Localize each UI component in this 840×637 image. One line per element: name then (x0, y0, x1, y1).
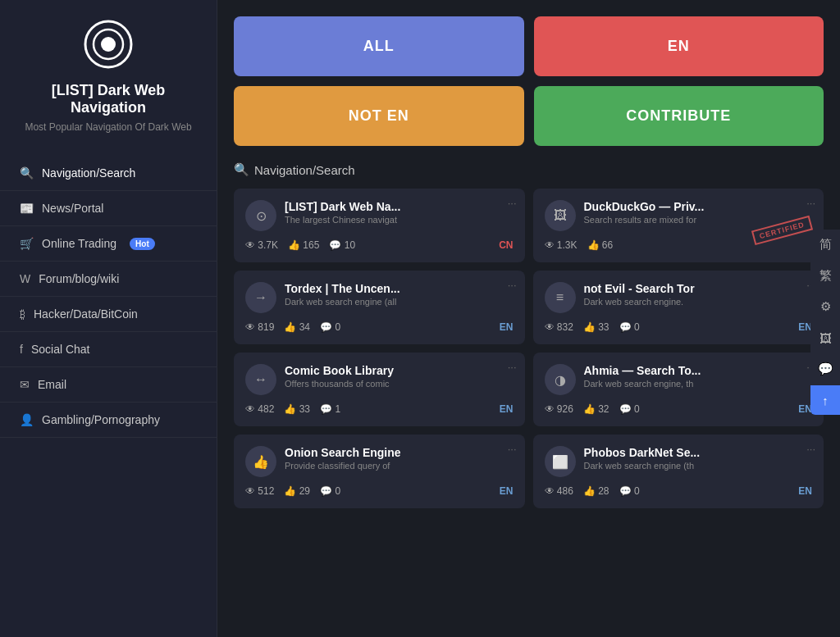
card-onion[interactable]: 👍 Onion Search Engine Provide classified… (234, 435, 525, 508)
nav-trading[interactable]: 🛒 Online Trading Hot (0, 226, 217, 262)
filter-all-button[interactable]: ALL (234, 16, 524, 76)
card-comicbook[interactable]: ↔ Comic Book Library Offers thousands of… (234, 353, 525, 426)
sidebar-title: [LIST] Dark Web Navigation (0, 82, 217, 116)
image-icon[interactable]: 🖼 (810, 323, 840, 353)
card-stats-card-phobos: 👁 486 👍 28 💬 0 EN (545, 485, 813, 497)
card-stats-card-comicbook: 👁 482 👍 33 💬 1 EN (245, 403, 514, 415)
card-phobos[interactable]: ⬜ Phobos DarkNet Se... Dark web search e… (533, 435, 824, 508)
chinese-traditional-icon[interactable]: 繁 (810, 261, 840, 290)
card-title-card-duckduckgo: DuckDuckGo — Priv... (584, 200, 813, 213)
likes-stat-card-onion: 👍 29 (284, 485, 310, 497)
lang-badge-card-onion: EN (500, 485, 514, 497)
nav-news[interactable]: 📰 News/Portal (0, 191, 217, 226)
card-info-card-onion: Onion Search Engine Provide classified q… (285, 446, 514, 471)
nav-label-nav-gambling: Gambling/Pornography (42, 413, 160, 426)
comments-stat-card-phobos: 💬 0 (619, 485, 640, 497)
svg-point-2 (101, 37, 116, 52)
card-more-card-duckduckgo[interactable]: ··· (806, 197, 815, 209)
card-icon-card-tordex: → (245, 282, 276, 313)
nav-icon-nav-search: 🔍 (20, 166, 34, 180)
card-more-card-phobos[interactable]: ··· (806, 443, 815, 455)
card-header-card-tordex: → Tordex | The Uncen... Dark web search … (245, 282, 514, 313)
card-info-card-duckduckgo: DuckDuckGo — Priv... Search results are … (584, 200, 813, 225)
card-notevil[interactable]: ≡ not Evil - Search Tor Dark web search … (533, 271, 824, 344)
card-desc-card-phobos: Dark web search engine (th (584, 461, 813, 471)
card-title-card-notevil: not Evil - Search Tor (584, 282, 813, 295)
card-icon-card-comicbook: ↔ (245, 364, 276, 395)
card-desc-card-onion: Provide classified query of (285, 461, 514, 471)
nav-label-nav-social: Social Chat (31, 343, 90, 356)
nav-icon-nav-hacker: ₿ (20, 307, 25, 321)
card-ahmia[interactable]: ◑ Ahmia — Search To... Dark web search e… (533, 353, 824, 426)
card-desc-card-ahmia: Dark web search engine, th (584, 379, 813, 389)
nav-icon-nav-forum: W (20, 272, 30, 285)
nav-icon-nav-trading: 🛒 (20, 237, 34, 250)
lang-badge-card-comicbook: EN (500, 403, 514, 415)
likes-stat-card-duckduckgo: 👍 66 (587, 239, 614, 251)
card-icon-card-duckduckgo: 🖼 (545, 200, 576, 231)
cards-grid: ⊙ [LIST] Dark Web Na... The largest Chin… (234, 189, 824, 508)
nav-social[interactable]: f Social Chat (0, 332, 217, 367)
nav-forum[interactable]: W Forum/blog/wiki (0, 262, 217, 297)
likes-stat-card-tordex: 👍 34 (284, 321, 310, 333)
card-more-card-onion[interactable]: ··· (508, 443, 517, 455)
card-stats-card-tordex: 👁 819 👍 34 💬 0 EN (245, 321, 514, 333)
card-title-card-phobos: Phobos DarkNet Se... (584, 446, 813, 459)
nav-gambling[interactable]: 👤 Gambling/Pornography (0, 403, 217, 438)
card-icon-card-phobos: ⬜ (545, 446, 576, 477)
filter-en-button[interactable]: EN (534, 16, 824, 76)
chinese-simplified-icon[interactable]: 简 (810, 230, 840, 259)
comments-stat-card-notevil: 💬 0 (619, 321, 640, 333)
section-title: 🔍 Navigation/Search (234, 162, 824, 177)
nav-search[interactable]: 🔍 Navigation/Search (0, 156, 217, 191)
card-more-card-tordex[interactable]: ··· (508, 279, 517, 291)
views-stat-card-tordex: 👁 819 (245, 321, 274, 333)
right-panel: 简繁⚙🖼💬↑ (810, 230, 840, 415)
hot-badge-nav-trading: Hot (130, 238, 155, 250)
chat-icon[interactable]: 💬 (810, 354, 840, 384)
views-stat-card-darkweb-nav: 👁 3.7K (245, 239, 278, 251)
nav-label-nav-forum: Forum/blog/wiki (39, 272, 119, 285)
card-header-card-notevil: ≡ not Evil - Search Tor Dark web search … (545, 282, 813, 313)
card-darkweb-nav[interactable]: ⊙ [LIST] Dark Web Na... The largest Chin… (234, 189, 525, 262)
main-content: ALL EN NOT EN CONTRIBUTE 🔍 Navigation/Se… (217, 0, 840, 637)
sidebar-subtitle: Most Popular Navigation Of Dark Web (5, 121, 211, 133)
card-more-card-darkweb-nav[interactable]: ··· (508, 197, 517, 209)
card-title-card-comicbook: Comic Book Library (285, 364, 514, 377)
sidebar-nav: 🔍 Navigation/Search 📰 News/Portal 🛒 Onli… (0, 156, 217, 438)
views-stat-card-comicbook: 👁 482 (245, 403, 274, 415)
likes-stat-card-notevil: 👍 33 (583, 321, 609, 333)
card-title-card-onion: Onion Search Engine (285, 446, 514, 459)
likes-stat-card-darkweb-nav: 👍 165 (288, 239, 319, 251)
card-info-card-phobos: Phobos DarkNet Se... Dark web search eng… (584, 446, 813, 471)
card-header-card-darkweb-nav: ⊙ [LIST] Dark Web Na... The largest Chin… (245, 200, 514, 231)
comments-stat-card-comicbook: 💬 1 (320, 403, 340, 415)
nav-hacker[interactable]: ₿ Hacker/Data/BitCoin (0, 297, 217, 332)
nav-icon-nav-news: 📰 (20, 202, 34, 215)
card-duckduckgo[interactable]: 🖼 DuckDuckGo — Priv... Search results ar… (533, 189, 824, 262)
filter-not-en-button[interactable]: NOT EN (234, 86, 524, 146)
card-desc-card-notevil: Dark web search engine. (584, 297, 813, 307)
card-tordex[interactable]: → Tordex | The Uncen... Dark web search … (234, 271, 525, 344)
views-stat-card-notevil: 👁 832 (545, 321, 573, 333)
card-icon-card-ahmia: ◑ (545, 364, 576, 395)
likes-stat-card-ahmia: 👍 32 (583, 403, 609, 415)
card-title-card-darkweb-nav: [LIST] Dark Web Na... (285, 200, 514, 213)
likes-stat-card-phobos: 👍 28 (583, 485, 609, 497)
card-desc-card-darkweb-nav: The largest Chinese navigat (285, 215, 514, 225)
nav-label-nav-email: Email (38, 378, 66, 391)
nav-email[interactable]: ✉ Email (0, 367, 217, 403)
card-icon-card-darkweb-nav: ⊙ (245, 200, 276, 231)
filter-contribute-button[interactable]: CONTRIBUTE (534, 86, 824, 146)
scroll-up-icon[interactable]: ↑ (810, 385, 840, 415)
comments-stat-card-darkweb-nav: 💬 10 (329, 239, 355, 251)
card-more-card-comicbook[interactable]: ··· (508, 361, 517, 373)
comments-stat-card-tordex: 💬 0 (320, 321, 340, 333)
card-header-card-onion: 👍 Onion Search Engine Provide classified… (245, 446, 514, 477)
nav-label-nav-hacker: Hacker/Data/BitCoin (34, 307, 138, 321)
card-stats-card-notevil: 👁 832 👍 33 💬 0 EN (545, 321, 813, 333)
nav-icon-nav-gambling: 👤 (20, 413, 34, 426)
settings-icon[interactable]: ⚙ (810, 292, 840, 321)
lang-badge-card-phobos: EN (798, 485, 812, 497)
card-stats-card-ahmia: 👁 926 👍 32 💬 0 EN (545, 403, 813, 415)
